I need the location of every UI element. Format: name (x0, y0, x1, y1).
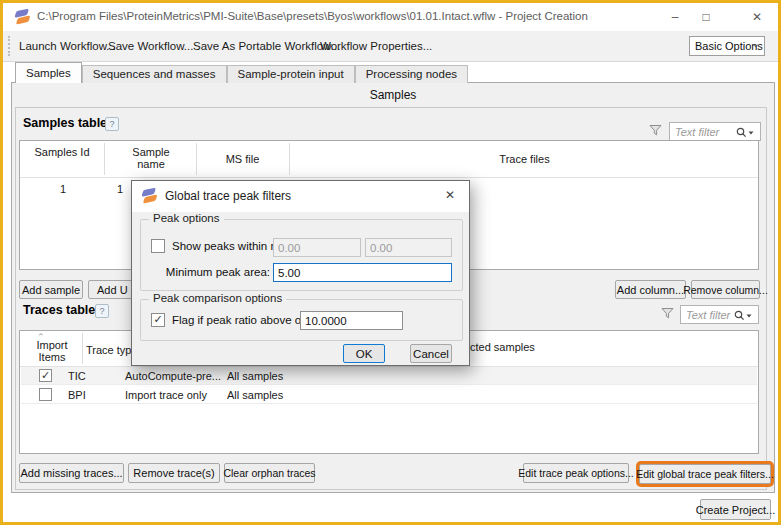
add-missing-traces-button[interactable]: Add missing traces... (19, 463, 124, 483)
section-title: Samples (11, 88, 775, 102)
minimize-icon[interactable]: – (662, 7, 688, 27)
app-logo-icon (14, 8, 33, 27)
toolbar: Launch Workflow... Save Workflow... Save… (3, 31, 778, 62)
check-icon: ✓ (153, 314, 162, 325)
tab-sequences-and-masses[interactable]: Sequences and masses (82, 65, 227, 83)
remove-column-button[interactable]: Remove column... (691, 280, 760, 299)
peak-options-group: Peak options ✓ Show peaks within range: … (140, 219, 463, 291)
ok-button[interactable]: OK (343, 344, 385, 363)
tab-bar: Samples Sequences and masses Sample-prot… (15, 62, 468, 83)
column-divider (82, 333, 83, 364)
titlebar: C:\Program Files\ProteinMetrics\PMI-Suit… (3, 3, 778, 31)
tab-samples[interactable]: Samples (15, 62, 82, 83)
close-icon[interactable]: ✕ (744, 7, 770, 27)
tab-processing-nodes[interactable]: Processing nodes (355, 65, 468, 83)
sort-ascending-icon: ⌃ (37, 332, 45, 342)
import-checkbox[interactable]: ✓ (39, 388, 52, 401)
project-creation-window: C:\Program Files\ProteinMetrics\PMI-Suit… (0, 0, 781, 525)
selected-samples-cell: All samples (227, 370, 283, 382)
peak-ratio-input[interactable] (300, 311, 403, 330)
help-icon[interactable]: ? (95, 304, 109, 318)
peak-comparison-group-label: Peak comparison options (149, 292, 286, 304)
dialog-title: Global trace peak filters (165, 189, 291, 203)
app-logo-icon (141, 187, 160, 206)
basic-options-dropdown[interactable]: Basic Options ⌄ (689, 36, 765, 56)
filter-icon[interactable] (649, 124, 662, 137)
workflow-properties-button[interactable]: Workflow Properties... (318, 31, 434, 61)
sample-name-cell: 1 (117, 183, 123, 195)
trace-type-cell: TIC (68, 370, 86, 382)
help-icon[interactable]: ? (105, 117, 119, 131)
peak-options-group-label: Peak options (149, 212, 224, 224)
maximize-icon[interactable]: □ (693, 7, 719, 27)
cancel-button[interactable]: Cancel (410, 344, 452, 363)
create-project-button[interactable]: Create Project... (700, 499, 771, 520)
chevron-down-icon: ⌄ (752, 35, 760, 53)
search-icon[interactable] (736, 127, 756, 138)
range-from-input (273, 238, 361, 257)
column-header-trace-type[interactable]: Trace type (86, 344, 138, 356)
dialog-titlebar: Global trace peak filters ✕ (132, 181, 469, 212)
minimum-peak-area-label: Minimum peak area: (151, 266, 270, 278)
trace-type-cell: BPI (68, 389, 86, 401)
tab-sample-protein-input[interactable]: Sample-protein input (227, 65, 355, 83)
edit-trace-peak-options-button[interactable]: Edit trace peak options... (523, 463, 629, 483)
add-sample-button[interactable]: Add sample (19, 280, 83, 299)
import-option-cell: Import trace only (125, 389, 207, 401)
column-header-import-items[interactable]: Import Items (29, 339, 75, 363)
column-header-samples-id[interactable]: Samples Id (34, 146, 90, 158)
global-trace-peak-filters-dialog: Global trace peak filters ✕ Peak options… (131, 180, 470, 366)
selected-samples-cell: All samples (227, 389, 283, 401)
import-option-cell: AutoCompute-pre... (125, 370, 221, 382)
dialog-close-icon[interactable]: ✕ (441, 188, 459, 202)
trace-row-tic[interactable]: ✓ TIC AutoCompute-pre... All samples (21, 367, 757, 385)
remove-traces-button[interactable]: Remove trace(s) (128, 463, 220, 483)
traces-table-label: Traces table (23, 303, 95, 317)
clear-orphan-traces-button[interactable]: Clear orphan traces (224, 463, 315, 483)
column-divider (104, 143, 105, 175)
flag-peak-ratio-checkbox[interactable]: ✓ (151, 313, 165, 327)
range-to-input (365, 238, 452, 257)
show-peaks-checkbox[interactable]: ✓ (151, 239, 165, 253)
window-title: C:\Program Files\ProteinMetrics\PMI-Suit… (37, 10, 588, 22)
import-checkbox[interactable]: ✓ (39, 369, 52, 382)
toolbar-drag-handle[interactable] (8, 36, 10, 56)
search-icon[interactable] (734, 310, 754, 321)
add-column-button[interactable]: Add column... (615, 280, 686, 299)
check-icon: ✓ (41, 370, 50, 381)
filter-icon[interactable] (661, 307, 674, 320)
minimum-peak-area-input[interactable] (273, 263, 452, 282)
samples-table-header: Samples Id Sample name MS file Trace fil… (20, 141, 758, 178)
column-header-sample-name[interactable]: Sample name (126, 146, 176, 170)
sample-id-cell: 1 (21, 183, 105, 195)
samples-table-label: Samples table (23, 116, 107, 130)
column-header-trace-files[interactable]: Trace files (289, 153, 760, 165)
trace-row-bpi[interactable]: ✓ BPI Import trace only All samples (21, 386, 757, 404)
edit-global-trace-peak-filters-button[interactable]: Edit global trace peak filters... (639, 464, 771, 484)
peak-comparison-options-group: Peak comparison options ✓ Flag if peak r… (140, 299, 463, 341)
save-workflow-button[interactable]: Save Workflow... (106, 31, 195, 61)
column-header-ms-file[interactable]: MS file (196, 153, 289, 165)
launch-workflow-button[interactable]: Launch Workflow... (17, 31, 118, 61)
